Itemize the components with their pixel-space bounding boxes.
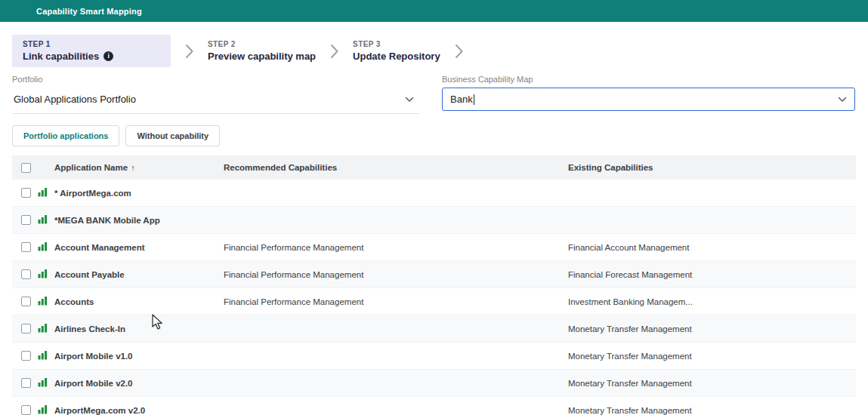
portfolio-applications-button[interactable]: Portfolio applications (12, 125, 119, 146)
chevron-right-icon (454, 42, 464, 60)
application-name: Accounts (54, 297, 224, 306)
application-chart-icon (38, 214, 54, 226)
application-name: Account Payable (54, 270, 224, 279)
application-chart-icon (38, 269, 54, 280)
step-3-title: Update Repository (353, 51, 440, 62)
row-checkbox[interactable] (21, 405, 31, 415)
existing-capability: Monetary Transfer Management (568, 324, 856, 334)
filters-row: Portfolio Global Applications Portfolio … (0, 73, 868, 114)
chevron-right-icon (329, 42, 339, 60)
applications-table: Application Name↑ Recommended Capabiliti… (12, 155, 856, 415)
capability-map-input[interactable]: Bank (442, 88, 855, 111)
application-chart-icon (38, 323, 54, 334)
portfolio-filter: Portfolio Global Applications Portfolio (12, 75, 420, 114)
application-name: Airport Mobile v2.0 (54, 379, 224, 388)
row-checkbox[interactable] (21, 324, 31, 334)
filter-chips: Portfolio applications Without capabilit… (0, 114, 868, 146)
table-row[interactable]: * AirportMega.com (12, 180, 856, 207)
application-chart-icon (38, 350, 54, 361)
row-checkbox[interactable] (21, 188, 31, 198)
application-chart-icon (38, 241, 54, 253)
step-3-update-repository[interactable]: STEP 3 Update Repository (353, 40, 440, 62)
step-3-label: STEP 3 (353, 40, 440, 48)
table-row[interactable]: Airport Mobile v2.0 Monetary Transfer Ma… (12, 370, 856, 397)
text-cursor (474, 94, 474, 105)
table-row[interactable]: Accounts Financial Performance Managemen… (12, 288, 856, 315)
sort-ascending-icon[interactable]: ↑ (131, 163, 135, 172)
table-row[interactable]: Account Management Financial Performance… (12, 234, 856, 261)
application-chart-icon (38, 296, 54, 307)
application-name: Airport Mobile v1.0 (54, 352, 224, 361)
without-capability-button[interactable]: Without capability (125, 125, 220, 146)
row-checkbox[interactable] (21, 351, 31, 361)
capability-map-label: Business Capability Map (442, 75, 855, 84)
application-name: *MEGA BANK Mobile App (54, 216, 224, 225)
application-chart-icon (38, 187, 54, 198)
info-icon[interactable]: i (103, 51, 113, 61)
chevron-right-icon (184, 42, 194, 60)
existing-capability: Monetary Transfer Management (568, 406, 856, 415)
step-1-title-text: Link capabilities (23, 51, 99, 62)
app-header: Capability Smart Mapping (0, 0, 868, 22)
row-checkbox[interactable] (21, 242, 31, 252)
row-checkbox[interactable] (21, 269, 31, 279)
application-name: AirportMega.com v2.0 (54, 406, 224, 415)
recommended-capability: Financial Performance Management (224, 270, 568, 279)
application-name: Account Management (54, 243, 224, 252)
chevron-down-icon (405, 97, 414, 103)
step-2-preview-capability-map[interactable]: STEP 2 Preview capability map (208, 40, 316, 62)
table-row[interactable]: Airport Mobile v1.0 Monetary Transfer Ma… (12, 343, 856, 370)
step-2-title-text: Preview capability map (208, 51, 316, 62)
column-header-recommended-capabilities[interactable]: Recommended Capabilities (224, 163, 568, 172)
step-2-label: STEP 2 (208, 40, 316, 48)
table-row[interactable]: Account Payable Financial Performance Ma… (12, 261, 856, 288)
step-1-label: STEP 1 (23, 40, 160, 48)
existing-capability: Investment Banking Managem... (568, 297, 856, 306)
row-checkbox[interactable] (21, 297, 31, 306)
existing-capability: Monetary Transfer Management (568, 352, 856, 361)
table-header: Application Name↑ Recommended Capabiliti… (12, 155, 856, 180)
existing-capability: Monetary Transfer Management (568, 379, 856, 388)
select-all-checkbox[interactable] (21, 163, 31, 173)
table-row[interactable]: AirportMega.com v2.0 Monetary Transfer M… (12, 397, 856, 415)
table-row[interactable]: Airlines Check-In Monetary Transfer Mana… (12, 315, 856, 343)
table-body: * AirportMega.com *MEGA BANK Mobile App … (12, 180, 856, 415)
recommended-capability: Financial Performance Management (224, 243, 568, 252)
portfolio-label: Portfolio (12, 75, 420, 84)
application-name: * AirportMega.com (54, 189, 224, 198)
column-header-existing-capabilities[interactable]: Existing Capabilities (568, 163, 856, 172)
portfolio-select-value: Global Applications Portfolio (14, 94, 136, 105)
step-1-link-capabilities[interactable]: STEP 1 Link capabilities i (12, 35, 171, 67)
capability-map-input-value: Bank (450, 94, 473, 105)
portfolio-select[interactable]: Global Applications Portfolio (12, 88, 420, 114)
application-name: Airlines Check-In (54, 324, 224, 334)
application-chart-icon (38, 404, 54, 415)
step-3-title-text: Update Repository (353, 51, 440, 62)
existing-capability: Financial Account Management (568, 243, 856, 252)
existing-capability: Financial Forecast Management (568, 270, 856, 279)
recommended-capability: Financial Performance Management (224, 297, 568, 306)
row-checkbox[interactable] (21, 378, 31, 388)
capability-map-filter: Business Capability Map Bank (442, 75, 855, 114)
row-checkbox[interactable] (21, 215, 31, 225)
chevron-down-icon (838, 97, 847, 103)
step-2-title: Preview capability map (208, 51, 316, 62)
table-row[interactable]: *MEGA BANK Mobile App (12, 207, 856, 234)
app-title: Capability Smart Mapping (36, 7, 142, 16)
column-header-application-name[interactable]: Application Name↑ (54, 163, 224, 172)
stepper: STEP 1 Link capabilities i STEP 2 Previe… (0, 22, 868, 73)
application-chart-icon (38, 377, 54, 389)
step-1-title: Link capabilities i (23, 51, 160, 62)
